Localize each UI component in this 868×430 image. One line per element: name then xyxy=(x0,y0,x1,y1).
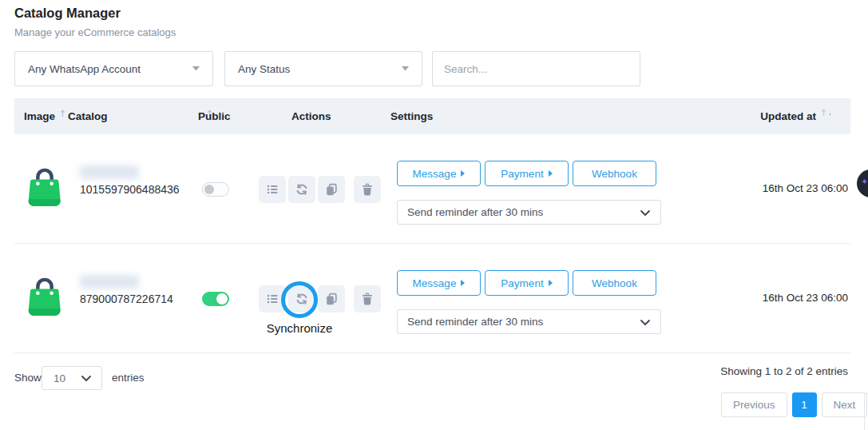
catalog-items-button[interactable] xyxy=(259,285,286,313)
list-icon xyxy=(266,183,279,196)
column-header-public: Public xyxy=(198,98,231,134)
page-size-select[interactable]: 10 xyxy=(42,366,102,390)
search-input[interactable] xyxy=(432,51,640,86)
payment-settings-button[interactable]: Payment xyxy=(485,161,569,186)
actions-bar xyxy=(259,176,381,203)
catalog-manager-page: Catalog Manager Manage your eCommerce ca… xyxy=(0,0,868,430)
show-label: Show xyxy=(14,372,42,384)
catalog-id: 1015597906488436 xyxy=(80,183,180,196)
next-page-button[interactable]: Next xyxy=(822,392,868,417)
settings-buttons: Message Payment Webhook xyxy=(397,270,656,296)
duplicate-button[interactable] xyxy=(318,285,345,313)
catalog-image-shopping-bag-icon xyxy=(26,273,64,320)
reminder-select[interactable]: Send reminder after 30 mins xyxy=(397,309,661,334)
catalog-name-redacted xyxy=(80,275,139,289)
catalog-image-shopping-bag-icon xyxy=(26,164,64,210)
annotation-label: Synchronize xyxy=(252,321,347,335)
trash-icon xyxy=(361,183,374,196)
page-subtitle: Manage your eCommerce catalogs xyxy=(14,26,176,38)
delete-button[interactable] xyxy=(354,176,381,203)
public-toggle[interactable] xyxy=(202,292,229,306)
chevron-down-icon xyxy=(81,373,92,383)
table-row: 1015597906488436 Message Payment xyxy=(14,134,850,244)
reminder-select-value: Send reminder after 30 mins xyxy=(407,316,543,328)
column-header-settings: Settings xyxy=(390,98,433,134)
column-header-catalog[interactable]: Catalog xyxy=(68,98,216,134)
synchronize-button[interactable] xyxy=(288,176,315,203)
webhook-settings-button[interactable]: Webhook xyxy=(573,270,656,296)
message-settings-button[interactable]: Message xyxy=(397,161,481,186)
column-header-actions: Actions xyxy=(291,98,331,134)
caret-down-icon xyxy=(402,66,409,71)
settings-buttons: Message Payment Webhook xyxy=(397,161,656,186)
sparkle-icon: ✦ xyxy=(861,177,868,187)
caret-down-icon xyxy=(192,66,200,71)
reminder-select[interactable]: Send reminder after 30 mins xyxy=(397,200,661,225)
widget-panel-edge xyxy=(864,393,868,430)
catalog-items-button[interactable] xyxy=(259,176,286,203)
duplicate-button[interactable] xyxy=(318,176,345,203)
entries-summary: Showing 1 to 2 of 2 entries xyxy=(720,365,848,377)
table-row: 879000787226714 Synchronize Message xyxy=(14,244,850,353)
floating-assistant-button[interactable]: ✦ xyxy=(857,169,868,197)
sync-icon xyxy=(295,293,308,305)
reminder-select-value: Send reminder after 30 mins xyxy=(407,206,543,218)
caret-right-icon xyxy=(549,280,553,286)
entries-label: entries xyxy=(112,372,145,384)
updated-at: 16th Oct 23 06:00 xyxy=(763,292,848,304)
table-header: Image Catalog Public Actions Settings Up… xyxy=(14,98,850,134)
delete-button[interactable] xyxy=(354,285,381,313)
whatsapp-account-filter-value: Any WhatsApp Account xyxy=(28,63,141,75)
page-1-button[interactable]: 1 xyxy=(792,392,817,417)
sync-icon xyxy=(295,183,308,196)
list-icon xyxy=(266,293,279,305)
payment-settings-button[interactable]: Payment xyxy=(485,270,569,296)
updated-at: 16th Oct 23 06:00 xyxy=(763,182,848,194)
trash-icon xyxy=(361,293,374,305)
caret-right-icon xyxy=(461,170,465,177)
column-header-image[interactable]: Image xyxy=(24,98,69,134)
chevron-down-icon xyxy=(640,317,651,327)
previous-page-button[interactable]: Previous xyxy=(721,392,787,417)
toggle-knob xyxy=(204,185,214,194)
status-filter[interactable]: Any Status xyxy=(224,51,422,86)
chevron-down-icon xyxy=(640,208,651,217)
pagination: Previous 1 Next xyxy=(721,392,867,417)
whatsapp-account-filter[interactable]: Any WhatsApp Account xyxy=(14,51,213,86)
caret-right-icon xyxy=(461,280,465,286)
actions-bar xyxy=(259,285,381,313)
toggle-knob xyxy=(216,293,228,305)
copy-icon xyxy=(325,183,338,196)
sort-desc-icon xyxy=(821,108,830,117)
column-header-updated-at[interactable]: Updated at xyxy=(760,98,830,134)
status-filter-value: Any Status xyxy=(238,63,290,75)
page-title: Catalog Manager xyxy=(14,6,121,21)
caret-right-icon xyxy=(549,170,553,177)
synchronize-button[interactable] xyxy=(288,285,315,313)
page-size-value: 10 xyxy=(54,372,65,384)
message-settings-button[interactable]: Message xyxy=(397,270,481,296)
public-toggle[interactable] xyxy=(202,182,229,197)
catalog-name-redacted xyxy=(80,165,139,179)
copy-icon xyxy=(325,293,338,305)
webhook-settings-button[interactable]: Webhook xyxy=(573,161,656,186)
catalog-id: 879000787226714 xyxy=(80,293,173,305)
